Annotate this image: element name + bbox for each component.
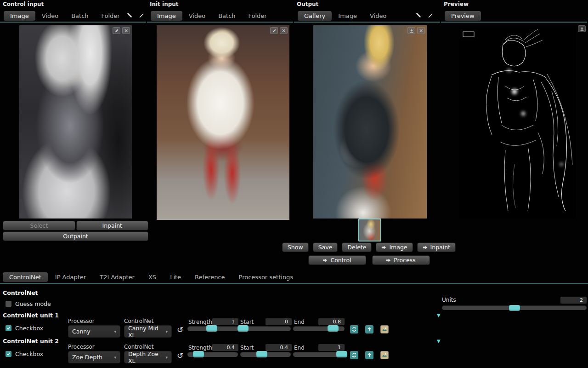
processor-dropdown[interactable]: Canny ▾ (68, 325, 120, 338)
strength-value-input[interactable]: 0.4 (212, 344, 238, 351)
output-tabbar: Gallery Image Video (294, 10, 440, 23)
start-value-input[interactable]: 0 (266, 318, 292, 325)
tab-init-batch[interactable]: Batch (212, 11, 242, 21)
strength-slider-handle[interactable] (193, 351, 204, 357)
end-slider[interactable] (293, 326, 345, 331)
processor-dropdown[interactable]: Zoe Depth ▾ (68, 351, 120, 363)
tab-reference[interactable]: Reference (188, 272, 231, 282)
close-icon[interactable]: × (417, 27, 425, 34)
tab-init-folder[interactable]: Folder (242, 11, 273, 21)
units-slider-handle[interactable] (509, 305, 520, 311)
end-slider-handle[interactable] (336, 351, 347, 357)
unit-action-buttons (350, 351, 389, 359)
select-button[interactable]: Select (3, 221, 75, 230)
brush-icon[interactable] (415, 12, 422, 19)
controlnet-model-dropdown[interactable]: Depth Zoe XL ▾ (124, 351, 172, 363)
preview-label: Preview (444, 1, 469, 7)
image-icon[interactable] (380, 351, 389, 359)
unit-enabled-checkbox[interactable]: Checkbox (6, 325, 43, 332)
preview-tabbar: Preview (441, 10, 587, 23)
tab-init-image[interactable]: Image (151, 11, 182, 21)
tab-control-image[interactable]: Image (4, 11, 35, 21)
tab-control-batch[interactable]: Batch (65, 11, 95, 21)
tab-output-image[interactable]: Image (332, 11, 363, 21)
tab-init-video[interactable]: Video (182, 11, 212, 21)
strength-slider[interactable] (187, 352, 238, 357)
start-value-input[interactable]: 0.4 (266, 344, 292, 351)
inpaint-button[interactable]: Inpaint (76, 221, 149, 230)
end-value-input[interactable]: 1 (318, 344, 345, 351)
refresh-icon[interactable] (350, 351, 358, 359)
pencil-icon[interactable] (427, 12, 434, 19)
units-value-input[interactable]: 2 (560, 297, 587, 304)
send-to-image-label: Image (389, 244, 407, 251)
strength-slider[interactable] (187, 326, 238, 331)
upload-icon[interactable] (365, 351, 373, 359)
gallery-thumbnail-selected[interactable] (358, 218, 381, 242)
checkbox-checked-icon[interactable] (6, 351, 11, 357)
controlnet-model-dropdown[interactable]: Canny Mid XL ▾ (124, 325, 172, 338)
tab-control-folder[interactable]: Folder (95, 11, 126, 21)
brush-icon[interactable] (126, 12, 133, 19)
strength-slider-handle[interactable] (206, 325, 217, 332)
output-image[interactable]: × (313, 25, 427, 218)
delete-button[interactable]: Delete (342, 242, 372, 252)
end-value-input[interactable]: 0.8 (318, 318, 345, 325)
close-icon[interactable]: × (122, 27, 130, 34)
control-type-tabbar: ControlNet IP Adapter T2I Adapter XS Lit… (0, 271, 588, 284)
show-button[interactable]: Show (282, 242, 309, 252)
processor-label: Processor (68, 344, 95, 350)
send-to-process-button[interactable]: Process (372, 255, 430, 265)
units-slider[interactable] (442, 305, 587, 310)
preview-image[interactable] (459, 26, 576, 219)
save-button[interactable]: Save (313, 242, 338, 252)
reset-icon[interactable]: ↺ (177, 352, 183, 360)
init-input-image[interactable]: × (157, 25, 289, 220)
controlnet-section: ControlNet IP Adapter T2I Adapter XS Lit… (0, 271, 588, 368)
tab-ip-adapter[interactable]: IP Adapter (49, 272, 92, 282)
edit-pencil-icon[interactable] (113, 27, 120, 34)
checkbox-unchecked-icon[interactable] (6, 301, 11, 307)
upload-icon[interactable] (365, 325, 373, 334)
close-icon[interactable]: × (280, 27, 288, 34)
pencil-icon[interactable] (138, 12, 145, 19)
tab-controlnet[interactable]: ControlNet (3, 272, 48, 282)
refresh-icon[interactable] (350, 325, 358, 334)
collapse-triangle-icon[interactable]: ▼ (437, 313, 441, 318)
send-to-control-label: Control (330, 257, 351, 264)
end-slider[interactable] (293, 352, 345, 357)
unit-enabled-checkbox[interactable]: Checkbox (6, 351, 43, 357)
send-to-image-button[interactable]: Image (376, 242, 413, 252)
end-label: End (294, 345, 305, 351)
arrow-right-icon (322, 258, 328, 263)
strength-value-input[interactable]: 1 (212, 318, 238, 325)
start-slider[interactable] (240, 326, 291, 331)
controlnet-model-value: Canny Mid XL (128, 325, 162, 339)
controlnet-unit-2: ControlNet unit 2 ▼ Checkbox Processor Z… (0, 338, 588, 363)
tab-output-video[interactable]: Video (363, 11, 393, 21)
tab-lite[interactable]: Lite (164, 272, 187, 282)
end-slider-handle[interactable] (328, 325, 339, 332)
tab-processor-settings[interactable]: Processor settings (232, 272, 300, 282)
guess-mode-checkbox[interactable]: Guess mode (6, 300, 51, 307)
download-icon[interactable] (407, 27, 415, 34)
tab-xs[interactable]: XS (142, 272, 163, 282)
checkbox-checked-icon[interactable] (6, 325, 11, 331)
chevron-down-icon: ▾ (110, 329, 116, 334)
start-slider[interactable] (240, 352, 291, 357)
tab-preview[interactable]: Preview (445, 11, 481, 21)
start-slider-handle[interactable] (256, 351, 267, 357)
download-icon[interactable] (578, 25, 586, 32)
collapse-triangle-icon[interactable]: ▼ (437, 339, 441, 344)
tab-control-video[interactable]: Video (35, 11, 65, 21)
tab-output-gallery[interactable]: Gallery (298, 11, 332, 21)
start-slider-handle[interactable] (237, 325, 249, 332)
control-input-image[interactable]: × (19, 25, 132, 218)
outpaint-button[interactable]: Outpaint (3, 231, 148, 241)
reset-icon[interactable]: ↺ (177, 326, 183, 334)
app-window: Control input Image Video Batch Folder × (0, 0, 588, 368)
send-to-control-button[interactable]: Control (308, 255, 366, 265)
image-icon[interactable] (380, 325, 389, 334)
edit-pencil-icon[interactable] (270, 27, 278, 34)
tab-t2i-adapter[interactable]: T2I Adapter (93, 272, 141, 282)
